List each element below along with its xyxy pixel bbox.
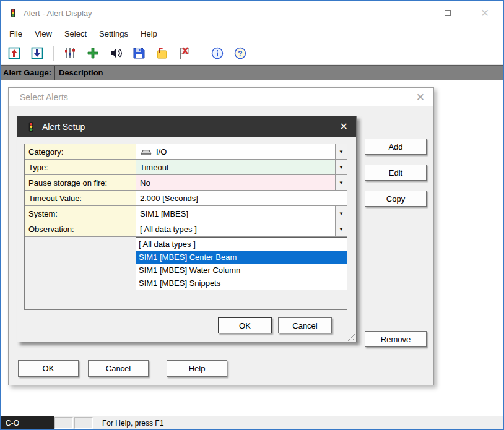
- alert-setup-cancel-button[interactable]: Cancel: [278, 317, 332, 333]
- toolbar: ?: [1, 41, 503, 65]
- window-controls: – ✕: [392, 1, 503, 25]
- timeout-value-text: 2.000 [Seconds]: [140, 194, 198, 203]
- traffic-light-icon: [25, 121, 37, 132]
- edit-button[interactable]: Edit: [365, 165, 427, 181]
- category-label: Category:: [25, 144, 136, 159]
- type-value: Timeout: [140, 163, 168, 172]
- select-alerts-close-icon[interactable]: ✕: [416, 92, 425, 103]
- statusbar-message: For Help, press F1: [93, 416, 503, 429]
- timeout-value-label: Timeout Value:: [25, 191, 136, 205]
- dropdown-item-center-beam[interactable]: SIM1 [MBES] Center Beam: [136, 251, 347, 264]
- info-button[interactable]: [209, 45, 226, 62]
- statusbar-mode: C-O: [1, 416, 54, 429]
- select-alerts-title: Select Alerts: [20, 92, 68, 102]
- speaker-icon: [108, 46, 123, 61]
- column-header-alert-gauge[interactable]: Alert Gauge:: [1, 66, 55, 80]
- category-dropdown-arrow-icon[interactable]: ▼: [335, 144, 347, 159]
- dropdown-item-water-column[interactable]: SIM1 [MBES] Water Column: [136, 264, 347, 277]
- form-row-system: System: SIM1 [MBES] ▼: [25, 206, 347, 221]
- save-button[interactable]: [130, 45, 147, 62]
- resize-grip[interactable]: [347, 332, 355, 341]
- help-button[interactable]: ?: [232, 45, 249, 62]
- category-value: I/O: [156, 147, 167, 157]
- grid-header: Alert Gauge: Description: [1, 65, 503, 80]
- type-select[interactable]: Timeout ▼: [136, 160, 347, 174]
- close-icon: ✕: [480, 7, 489, 20]
- select-alerts-titlebar: Select Alerts ✕: [9, 88, 433, 106]
- system-label: System:: [25, 206, 136, 221]
- menu-view[interactable]: View: [28, 27, 58, 41]
- alert-setup-close-icon[interactable]: ✕: [340, 122, 348, 132]
- form-row-type: Type: Timeout ▼: [25, 160, 347, 175]
- mixer-icon: [63, 46, 77, 61]
- select-alerts-help-button[interactable]: Help: [167, 360, 227, 377]
- system-dropdown-arrow-icon[interactable]: ▼: [335, 206, 347, 221]
- maximize-button[interactable]: [429, 1, 466, 25]
- select-alerts-ok-button[interactable]: OK: [18, 360, 79, 377]
- system-select[interactable]: SIM1 [MBES] ▼: [136, 206, 347, 221]
- menu-settings[interactable]: Settings: [93, 27, 134, 41]
- select-alerts-cancel-button[interactable]: Cancel: [88, 360, 149, 377]
- alert-tag-button[interactable]: [153, 45, 170, 62]
- column-header-description[interactable]: Description: [55, 66, 103, 80]
- observation-value: [ All data types ]: [140, 225, 197, 234]
- type-label: Type:: [25, 160, 136, 174]
- help-icon: ?: [233, 46, 248, 61]
- system-value: SIM1 [MBES]: [140, 209, 188, 218]
- alert-flag-clear-icon: [177, 46, 192, 61]
- alert-setup-ok-button[interactable]: OK: [218, 317, 272, 333]
- form-row-timeout-value: Timeout Value: 2.000 [Seconds]: [25, 191, 347, 206]
- minimize-button[interactable]: –: [392, 1, 429, 25]
- export-down-button[interactable]: [28, 45, 46, 62]
- alert-setup-titlebar: Alert Setup ✕: [17, 116, 356, 137]
- titlebar: Alert - Alert Display – ✕: [1, 1, 503, 25]
- pause-storage-label: Pause storage on fire:: [25, 175, 136, 190]
- info-icon: [210, 46, 225, 61]
- form-row-pause-storage: Pause storage on fire: No ▼: [25, 175, 347, 191]
- form-row-observation: Observation: [ All data types ] ▼: [25, 221, 347, 237]
- category-select[interactable]: I/O ▼: [136, 144, 347, 159]
- statusbar-cell-1: [54, 417, 73, 429]
- traffic-light-app-icon: [8, 8, 18, 18]
- close-button[interactable]: ✕: [466, 1, 503, 25]
- copy-button[interactable]: Copy: [365, 191, 427, 207]
- menu-help[interactable]: Help: [134, 27, 163, 41]
- type-dropdown-arrow-icon[interactable]: ▼: [335, 160, 347, 174]
- add-button[interactable]: Add: [365, 139, 427, 155]
- observation-dropdown-arrow-icon[interactable]: ▼: [335, 221, 347, 236]
- dropdown-item-snippets[interactable]: SIM1 [MBES] Snippets: [136, 277, 347, 290]
- import-up-icon: [7, 46, 22, 61]
- client-area: Select Alerts ✕ Add Edit Copy Remove OK …: [1, 80, 503, 416]
- maximize-icon: [445, 10, 451, 16]
- pause-storage-select[interactable]: No ▼: [136, 175, 347, 190]
- observation-dropdown-list: [ All data types ] SIM1 [MBES] Center Be…: [136, 237, 347, 290]
- mixer-button[interactable]: [61, 45, 79, 62]
- menubar: File View Select Settings Help: [1, 25, 503, 41]
- io-device-icon: [140, 148, 152, 156]
- import-up-button[interactable]: [6, 45, 23, 62]
- add-alert-button[interactable]: [84, 45, 102, 62]
- minimize-icon: –: [408, 8, 413, 18]
- pause-storage-dropdown-arrow-icon[interactable]: ▼: [335, 175, 347, 190]
- menu-file[interactable]: File: [3, 27, 28, 41]
- remove-button[interactable]: Remove: [365, 331, 427, 347]
- statusbar: C-O For Help, press F1: [1, 416, 503, 429]
- form-row-category: Category: I/O ▼: [25, 144, 347, 160]
- select-alerts-dialog: Select Alerts ✕ Add Edit Copy Remove OK …: [8, 87, 434, 385]
- alert-setup-title: Alert Setup: [42, 122, 85, 132]
- save-icon: [131, 46, 146, 61]
- sound-button[interactable]: [107, 45, 124, 62]
- observation-select[interactable]: [ All data types ] ▼: [136, 221, 347, 236]
- clear-alert-button[interactable]: [176, 45, 193, 62]
- timeout-value-input[interactable]: 2.000 [Seconds]: [136, 191, 347, 205]
- svg-text:?: ?: [238, 49, 242, 58]
- export-down-icon: [30, 46, 45, 61]
- menu-select[interactable]: Select: [58, 27, 93, 41]
- alert-tag-icon: [154, 46, 169, 61]
- toolbar-separator: [201, 46, 201, 61]
- alert-setup-dialog: Alert Setup ✕ Category: I/O ▼: [17, 116, 357, 342]
- window-title: Alert - Alert Display: [24, 9, 92, 18]
- app-window: Alert - Alert Display – ✕ File View Sele…: [0, 0, 504, 430]
- add-plus-icon: [85, 46, 100, 61]
- dropdown-item-all-data-types[interactable]: [ All data types ]: [136, 238, 347, 251]
